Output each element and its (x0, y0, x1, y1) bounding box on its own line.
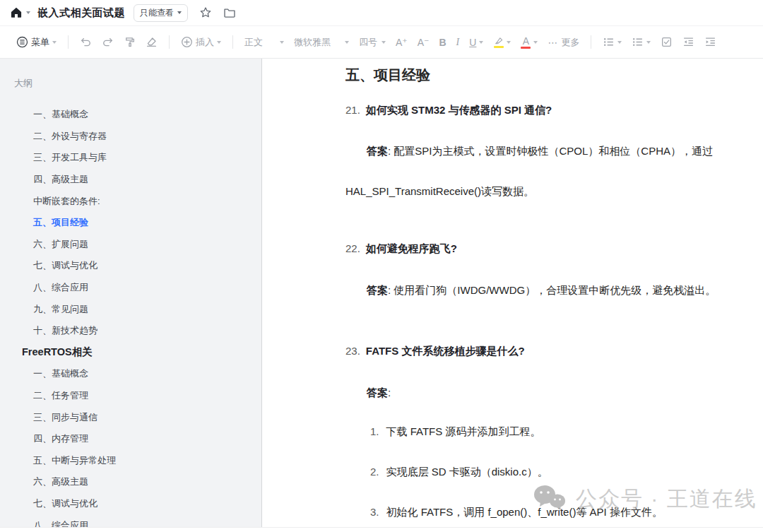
underline-button[interactable]: U (464, 37, 488, 48)
home-button[interactable] (10, 6, 30, 19)
question-22: 22. 如何避免程序跑飞? (345, 240, 756, 258)
toolbar-divider (591, 35, 591, 49)
font-smaller-label: A⁻ (418, 37, 430, 48)
outline-item[interactable]: 七、调试与优化 (0, 255, 261, 277)
italic-button[interactable]: I (451, 37, 465, 48)
permission-chevron-down-icon (177, 11, 182, 14)
font-family-select[interactable]: 微软雅黑 (289, 36, 354, 49)
font-bigger-label: A⁺ (396, 37, 408, 48)
answer-text: : 使用看门狗（IWDG/WWDG），合理设置中断优先级，避免栈溢出。 (388, 284, 716, 296)
outline-item[interactable]: 五、项目经验 (0, 212, 261, 234)
bullet-list-icon (603, 36, 615, 48)
step-item: 1. 下载 FATFS 源码并添加到工程。 (370, 411, 756, 451)
outline-item[interactable]: 三、同步与通信 (0, 406, 261, 428)
outdent-icon (682, 36, 694, 48)
format-painter-button[interactable] (119, 36, 141, 48)
topbar: 嵌入式相关面试题 只能查看 (0, 0, 763, 25)
ordered-list-caret-icon (646, 41, 651, 44)
ordered-list-icon (632, 36, 644, 48)
outline-item[interactable]: 一、基础概念 (0, 363, 261, 385)
bold-button[interactable]: B (434, 37, 451, 48)
answer-text: : 配置SPI为主模式，设置时钟极性（CPOL）和相位（CPHA），通过 HAL… (345, 145, 713, 197)
answer-23-label: 答案: (345, 374, 755, 411)
step-number: 1. (370, 411, 379, 451)
outline-item[interactable]: 一、基础概念 (0, 104, 261, 126)
outline-item[interactable]: 七、调试与优化 (0, 493, 261, 515)
indent-button[interactable] (699, 36, 721, 48)
menu-caret-icon (52, 41, 57, 44)
outline-item[interactable]: 六、高级主题 (0, 471, 261, 493)
app-window: 嵌入式相关面试题 只能查看 菜单 (0, 0, 763, 528)
star-button[interactable] (199, 6, 212, 19)
step-item: 3. 初始化 FATFS，调用 f_open()、f_write()等 API … (370, 492, 756, 527)
indent-icon (704, 36, 716, 48)
toolbar-divider (232, 35, 233, 49)
question-23: 23. FATFS 文件系统移植步骤是什么? (345, 342, 756, 360)
answer-21: 答案: 配置SPI为主模式，设置时钟极性（CPOL）和相位（CPHA），通过 H… (345, 131, 755, 211)
more-dots-icon: ⋯ (548, 37, 558, 48)
font-color-button[interactable]: A (516, 36, 543, 49)
highlight-caret-icon (507, 41, 511, 44)
outline-item[interactable]: 九、常见问题 (0, 298, 261, 320)
task-list-button[interactable] (656, 36, 678, 48)
home-icon (10, 6, 23, 19)
outline-item[interactable]: 八、综合应用 (0, 514, 261, 527)
clear-format-button[interactable] (141, 36, 162, 48)
step-text: 实现底层 SD 卡驱动（diskio.c）。 (386, 451, 548, 492)
outline-item[interactable]: 六、扩展问题 (0, 234, 261, 256)
font-size-select[interactable]: 四号 (354, 36, 391, 49)
format-painter-icon (124, 36, 136, 48)
answer-22: 答案: 使用看门狗（IWDG/WWDG），合理设置中断优先级，避免栈溢出。 (345, 270, 755, 310)
outline-title: 大纲 (0, 77, 261, 90)
question-text: 如何避免程序跑飞? (366, 240, 457, 258)
question-number: 23. (345, 342, 360, 360)
undo-button[interactable] (75, 36, 97, 48)
menu-icon (16, 36, 28, 48)
toolbar-divider (169, 35, 170, 49)
answer-text: : (388, 386, 391, 398)
font-caret-icon (345, 41, 349, 44)
font-size-value: 四号 (359, 36, 377, 49)
outline-item[interactable]: 三、开发工具与库 (0, 147, 261, 169)
font-color-icon: A (521, 36, 531, 49)
font-bigger-button[interactable]: A⁺ (391, 37, 413, 48)
question-21: 21. 如何实现 STM32 与传感器的 SPI 通信? (345, 101, 756, 119)
menu-button[interactable]: 菜单 (11, 36, 61, 49)
bullet-list-button[interactable] (598, 36, 627, 48)
outline-item[interactable]: 四、高级主题 (0, 169, 261, 191)
outline-item[interactable]: 四、内存管理 (0, 428, 261, 450)
underline-label: U (469, 37, 476, 48)
step-item: 2. 实现底层 SD 卡驱动（diskio.c）。 (370, 451, 756, 492)
style-caret-icon (280, 41, 284, 44)
document-canvas[interactable]: 五、项目经验 21. 如何实现 STM32 与传感器的 SPI 通信? 答案: … (262, 59, 763, 527)
paragraph-style-select[interactable]: 正文 (239, 36, 289, 49)
home-chevron-down-icon (26, 11, 30, 14)
ordered-list-button[interactable] (627, 36, 656, 48)
outdent-button[interactable] (678, 36, 699, 48)
permission-label: 只能查看 (140, 7, 174, 19)
checkbox-icon (661, 36, 673, 48)
font-family-value: 微软雅黑 (294, 36, 331, 49)
redo-button[interactable] (97, 36, 119, 48)
highlight-color-button[interactable] (488, 37, 516, 48)
more-button[interactable]: ⋯ 更多 (543, 36, 584, 49)
outline-item[interactable]: 八、综合应用 (0, 277, 261, 299)
outline-item[interactable]: 十、新技术趋势 (0, 320, 261, 342)
insert-button[interactable]: 插入 (176, 36, 226, 49)
undo-icon (80, 36, 92, 48)
bold-label: B (439, 37, 446, 48)
highlighter-icon (493, 37, 504, 48)
outline-item[interactable]: FreeRTOS相关 (0, 342, 261, 364)
outline-item[interactable]: 中断嵌套的条件: (0, 190, 261, 212)
outline-item[interactable]: 五、中断与异常处理 (0, 450, 261, 472)
font-smaller-button[interactable]: A⁻ (413, 37, 434, 48)
folder-button[interactable] (223, 6, 236, 19)
question-number: 21. (345, 101, 360, 119)
permission-badge[interactable]: 只能查看 (134, 4, 188, 22)
outline-item[interactable]: 二、任务管理 (0, 385, 261, 407)
main-area: 大纲 一、基础概念二、外设与寄存器三、开发工具与库四、高级主题中断嵌套的条件:五… (0, 59, 763, 527)
bullet-list-caret-icon (617, 41, 622, 44)
outline-item[interactable]: 二、外设与寄存器 (0, 126, 261, 148)
section-heading: 五、项目经验 (345, 64, 756, 85)
redo-icon (102, 36, 114, 48)
